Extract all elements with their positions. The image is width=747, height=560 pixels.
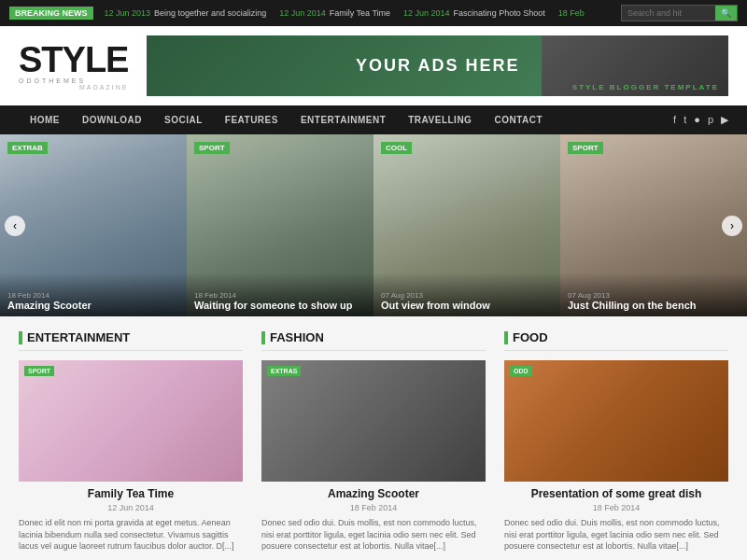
logo-magazine: MAGAZINE [19, 84, 128, 91]
slide-2: SPORT 18 Feb 2014 Waiting for someone to… [187, 134, 374, 316]
slide-2-date: 18 Feb 2014 [194, 291, 366, 300]
food-main-date: 18 Feb 2014 [504, 503, 728, 512]
slider-next-button[interactable]: › [722, 216, 742, 236]
slide-2-badge: SPORT [194, 142, 230, 154]
slide-2-title: Waiting for someone to show up [194, 300, 366, 311]
pinterest-icon[interactable]: p [708, 114, 713, 126]
slide-2-info: 18 Feb 2014 Waiting for someone to show … [187, 273, 374, 316]
food-main-title[interactable]: Presentation of some great dish [504, 487, 728, 500]
slide-4: SPORT 07 Aug 2013 Just Chilling on the b… [560, 134, 747, 316]
news-items: 12 Jun 2013 Being together and socializi… [105, 8, 610, 18]
breaking-news-bar: BREAKING NEWS 12 Jun 2013 Being together… [0, 0, 747, 26]
nav-entertainment[interactable]: ENTERTAINMENT [289, 105, 397, 134]
twitter-icon[interactable]: t [684, 114, 686, 126]
slide-3-title: Out view from window [381, 300, 553, 311]
food-main-article: ODD Presentation of some great dish 18 F… [504, 360, 728, 553]
logo-sub: ODOTHEMES [19, 77, 128, 84]
slide-3-badge: COOL [381, 142, 412, 154]
nav-home[interactable]: HOME [19, 105, 71, 134]
slider-prev-button[interactable]: ‹ [5, 216, 25, 236]
news-title-3: Fascinating Photo Shoot [454, 8, 545, 18]
slide-4-badge: SPORT [568, 142, 603, 154]
entertainment-title: ENTERTAINMENT [19, 330, 243, 351]
header: STYLE ODOTHEMES MAGAZINE YOUR ADS HERE S… [0, 26, 747, 105]
news-date-2: 12 Jun 2014 [279, 8, 326, 18]
search-input[interactable] [622, 6, 715, 21]
entertainment-main-img: SPORT [19, 360, 243, 482]
entertainment-main-date: 12 Jun 2014 [19, 503, 243, 512]
slide-1-info: 18 Feb 2014 Amazing Scooter [0, 273, 187, 316]
news-date-4: 18 Feb [558, 8, 585, 18]
slide-3: COOL 07 Aug 2013 Out view from window [374, 134, 560, 316]
main-content: ENTERTAINMENT SPORT Family Tea Time 12 J… [0, 316, 747, 560]
search-button[interactable]: 🔍 [715, 6, 737, 21]
slide-4-date: 07 Aug 2013 [568, 291, 740, 300]
slide-1-date: 18 Feb 2014 [7, 291, 179, 300]
food-main-img: ODD [504, 360, 728, 482]
breaking-news-label: BREAKING NEWS [9, 7, 93, 20]
fashion-main-img: EXTRAS [261, 360, 486, 482]
fashion-main-article: EXTRAS Amazing Scooter 18 Feb 2014 Donec… [261, 360, 486, 553]
logo: STYLE ODOTHEMES MAGAZINE [19, 42, 128, 91]
nav-features[interactable]: FEATURES [214, 105, 289, 134]
nav-download[interactable]: DOWNLOAD [71, 105, 153, 134]
slide-4-info: 07 Aug 2013 Just Chilling on the bench [560, 273, 747, 316]
nav-social[interactable]: SOCIAL [153, 105, 214, 134]
news-date-1: 12 Jun 2013 [105, 8, 151, 18]
food-section: FOOD ODD Presentation of some great dish… [504, 330, 728, 560]
slide-4-title: Just Chilling on the bench [568, 300, 740, 311]
slide-1-title: Amazing Scooter [7, 300, 179, 311]
news-item-2: 12 Jun 2014 Family Tea Time [279, 8, 390, 18]
nav-travelling[interactable]: TRAVELLING [397, 105, 483, 134]
fashion-main-date: 18 Feb 2014 [261, 503, 486, 512]
fashion-main-title[interactable]: Amazing Scooter [261, 487, 486, 500]
fashion-badge: EXTRAS [267, 366, 301, 376]
food-main-text: Donec sed odio dui. Duis mollis, est non… [504, 517, 728, 553]
fashion-section: FASHION EXTRAS Amazing Scooter 18 Feb 20… [261, 330, 486, 560]
ad-banner: YOUR ADS HERE STYLE BLOGGER TEMPLATE [147, 35, 728, 96]
fashion-title: FASHION [261, 330, 486, 351]
slide-1: EXTRAB 18 Feb 2014 Amazing Scooter [0, 134, 187, 316]
news-date-3: 12 Jun 2014 [403, 8, 450, 18]
youtube-icon[interactable]: ▶ [721, 114, 728, 126]
nav-items: HOME DOWNLOAD SOCIAL FEATURES ENTERTAINM… [19, 105, 673, 134]
entertainment-main-text: Donec id elit non mi porta gravida at eg… [19, 517, 243, 553]
search-bar[interactable]: 🔍 [621, 5, 738, 21]
news-item-4: 18 Feb [558, 8, 585, 18]
entertainment-main-title[interactable]: Family Tea Time [19, 487, 243, 500]
instagram-icon[interactable]: ● [694, 114, 700, 126]
food-title: FOOD [504, 330, 728, 351]
facebook-icon[interactable]: f [673, 114, 676, 126]
slide-1-badge: EXTRAB [7, 142, 48, 154]
news-item-3: 12 Jun 2014 Fascinating Photo Shoot [403, 8, 545, 18]
news-title-2: Family Tea Time [330, 8, 390, 18]
entertainment-badge: SPORT [24, 366, 54, 376]
logo-style: STYLE [19, 42, 128, 77]
ad-text: YOUR ADS HERE [356, 56, 519, 76]
entertainment-main-article: SPORT Family Tea Time 12 Jun 2014 Donec … [19, 360, 243, 553]
social-icons: f t ● p ▶ [673, 114, 728, 126]
food-badge: ODD [510, 366, 532, 376]
navigation: HOME DOWNLOAD SOCIAL FEATURES ENTERTAINM… [0, 105, 747, 134]
fashion-main-text: Donec sed odio dui. Duis mollis, est non… [261, 517, 486, 553]
news-item-1: 12 Jun 2013 Being together and socializi… [105, 8, 267, 18]
slide-3-info: 07 Aug 2013 Out view from window [374, 273, 560, 316]
ad-overlay: STYLE BLOGGER TEMPLATE [572, 83, 719, 91]
image-slider: ‹ EXTRAB 18 Feb 2014 Amazing Scooter SPO… [0, 134, 747, 316]
news-title-1: Being together and socializing [154, 8, 266, 18]
entertainment-section: ENTERTAINMENT SPORT Family Tea Time 12 J… [19, 330, 243, 560]
slide-3-date: 07 Aug 2013 [381, 291, 553, 300]
nav-contact[interactable]: CONTACT [483, 105, 554, 134]
